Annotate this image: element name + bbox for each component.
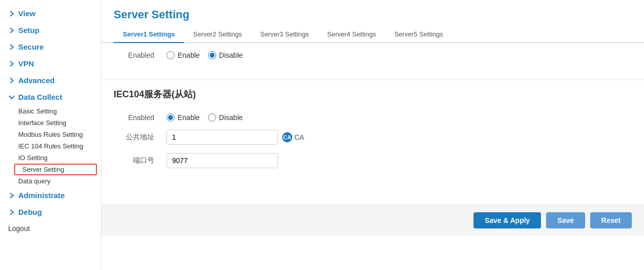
save-button[interactable]: Save	[546, 212, 585, 228]
iec104-section-title: IEC104服务器(从站)	[101, 80, 644, 105]
main-content: Server Setting Server1 Settings Server2 …	[101, 0, 644, 270]
sidebar-item-debug[interactable]: Debug	[0, 204, 101, 220]
iec-enable-option[interactable]: Enable	[166, 113, 200, 122]
sidebar-sub-modbus-rules[interactable]: Modbus Rules Setting	[10, 129, 101, 140]
tabs-bar: Server1 Settings Server2 Settings Server…	[101, 26, 644, 43]
iec-disable-label: Disable	[219, 113, 243, 122]
enable-option[interactable]: Enable	[166, 51, 200, 59]
save-apply-button[interactable]: Save & Apply	[473, 212, 541, 228]
enabled-label: Enabled	[114, 51, 154, 59]
public-address-row: 公共地址 CA CA	[114, 130, 632, 145]
sidebar-item-view[interactable]: View	[0, 5, 101, 22]
chevron-right-icon	[8, 77, 15, 84]
enable-label: Enable	[178, 51, 200, 59]
tab-server2[interactable]: Server2 Settings	[184, 26, 251, 43]
sidebar-item-data-collect[interactable]: Data Collect	[0, 89, 101, 105]
sidebar-sub-data-query[interactable]: Data query	[10, 175, 101, 187]
sidebar: View Setup Secure VPN Advanced Data Coll…	[0, 0, 101, 270]
chevron-right-icon	[8, 44, 15, 51]
tab-server5[interactable]: Server5 Settings	[385, 26, 452, 43]
sidebar-sub-server-setting[interactable]: Server Setting	[14, 164, 97, 175]
public-address-label: 公共地址	[114, 133, 154, 142]
public-address-input[interactable]	[166, 130, 278, 145]
sidebar-sub-io-setting[interactable]: IO Setting	[10, 152, 101, 164]
ca-label: CA	[294, 133, 304, 141]
enable-radio[interactable]	[166, 51, 175, 59]
port-row: 端口号	[114, 153, 632, 168]
sidebar-item-setup[interactable]: Setup	[0, 22, 101, 38]
sidebar-sub-basic-setting[interactable]: Basic Setting	[10, 105, 101, 117]
sidebar-sub-interface-setting[interactable]: Interface Setting	[10, 117, 101, 129]
disable-radio[interactable]	[208, 51, 216, 59]
chevron-down-icon	[8, 94, 15, 101]
chevron-right-icon	[8, 10, 15, 17]
chevron-right-icon	[8, 192, 15, 199]
chevron-right-icon	[8, 209, 15, 216]
sidebar-item-vpn[interactable]: VPN	[0, 55, 101, 72]
iec-enable-label: Enable	[178, 113, 200, 122]
chevron-right-icon	[8, 60, 15, 67]
sidebar-item-secure[interactable]: Secure	[0, 38, 101, 55]
bottom-action-bar: Save & Apply Save Reset	[101, 205, 644, 236]
page-title: Server Setting	[101, 0, 644, 26]
port-input[interactable]	[166, 153, 278, 168]
iec-disable-radio[interactable]	[208, 113, 216, 122]
iec-enabled-radio-group: Enable Disable	[166, 113, 243, 122]
enabled-row: Enabled Enable Disable	[114, 51, 632, 59]
port-label: 端口号	[114, 156, 154, 165]
chevron-right-icon	[8, 27, 15, 34]
enabled-radio-group: Enable Disable	[166, 51, 243, 59]
logout-link[interactable]: Logout	[0, 220, 101, 237]
iec-enable-radio[interactable]	[166, 113, 175, 122]
reset-button[interactable]: Reset	[590, 212, 632, 228]
sidebar-sub-iec104-rules[interactable]: IEC 104 Rules Setting	[10, 140, 101, 152]
ca-badge-icon[interactable]: CA	[282, 132, 292, 142]
disable-label: Disable	[219, 51, 243, 59]
tab-server4[interactable]: Server4 Settings	[318, 26, 385, 43]
spacer	[101, 184, 644, 205]
top-enabled-section: Enabled Enable Disable	[101, 43, 644, 75]
tab-server3[interactable]: Server3 Settings	[251, 26, 318, 43]
disable-option[interactable]: Disable	[208, 51, 243, 59]
sidebar-item-administrate[interactable]: Administrate	[0, 187, 101, 204]
iec104-form: Enabled Enable Disable 公共地址 CA CA 端口号	[101, 105, 644, 184]
iec-enabled-row: Enabled Enable Disable	[114, 113, 632, 122]
tab-server1[interactable]: Server1 Settings	[114, 26, 184, 43]
sidebar-submenu-data-collect: Basic Setting Interface Setting Modbus R…	[0, 105, 101, 187]
iec-enabled-label: Enabled	[114, 113, 154, 122]
sidebar-item-advanced[interactable]: Advanced	[0, 72, 101, 89]
iec-disable-option[interactable]: Disable	[208, 113, 243, 122]
